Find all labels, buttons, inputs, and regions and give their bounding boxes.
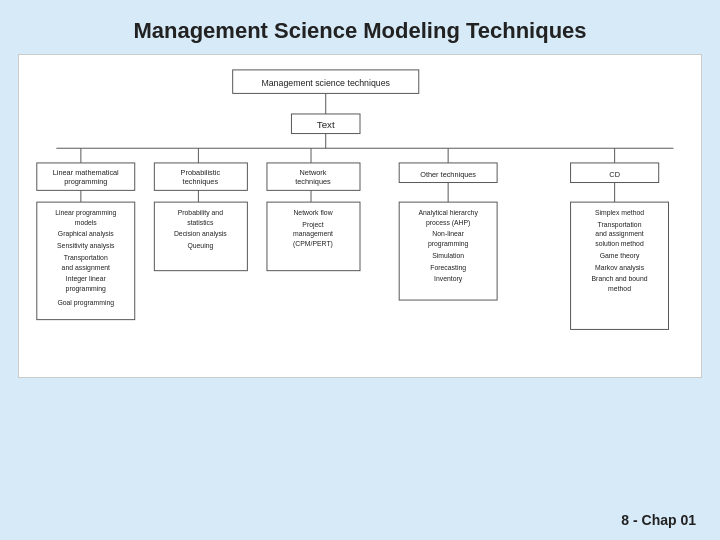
page: Management Science Modeling Techniques M…: [0, 0, 720, 540]
svg-text:Inventory: Inventory: [434, 275, 463, 283]
svg-text:Goal programming: Goal programming: [57, 299, 114, 307]
svg-text:Network flow: Network flow: [293, 209, 332, 216]
svg-text:Game theory: Game theory: [600, 252, 640, 260]
svg-text:techniques: techniques: [183, 177, 219, 186]
svg-text:Forecasting: Forecasting: [430, 264, 466, 272]
svg-text:Analytical hierarchy: Analytical hierarchy: [418, 209, 478, 217]
svg-text:and assignment: and assignment: [595, 230, 643, 238]
svg-text:Network: Network: [300, 168, 327, 177]
diagram-svg: Management science techniques Text Linea…: [27, 65, 693, 369]
page-title: Management Science Modeling Techniques: [0, 0, 720, 54]
svg-text:Simulation: Simulation: [432, 252, 464, 259]
svg-text:statistics: statistics: [187, 219, 214, 226]
svg-text:Transportation: Transportation: [64, 254, 108, 262]
svg-text:process (AHP): process (AHP): [426, 219, 471, 227]
svg-text:Branch and bound: Branch and bound: [592, 275, 648, 282]
diagram-container: Management science techniques Text Linea…: [18, 54, 702, 378]
svg-text:Non-linear: Non-linear: [432, 230, 464, 237]
svg-text:Probability and: Probability and: [178, 209, 223, 217]
svg-text:programming: programming: [66, 285, 107, 293]
svg-text:Queuing: Queuing: [187, 242, 213, 250]
svg-text:programming: programming: [64, 177, 107, 186]
svg-text:programming: programming: [428, 240, 469, 248]
svg-text:Linear mathematical: Linear mathematical: [53, 168, 119, 177]
svg-text:Markov analysis: Markov analysis: [595, 264, 645, 272]
svg-text:solution method: solution method: [595, 240, 644, 247]
svg-text:Management science techniques: Management science techniques: [261, 78, 390, 88]
svg-text:Decision analysis: Decision analysis: [174, 230, 227, 238]
svg-text:Text: Text: [317, 119, 335, 130]
svg-text:Probabilistic: Probabilistic: [181, 168, 221, 177]
svg-text:Integer linear: Integer linear: [66, 275, 107, 283]
footer-label: 8 - Chap 01: [621, 512, 696, 528]
svg-text:management: management: [293, 230, 333, 238]
svg-text:CD: CD: [609, 170, 620, 179]
svg-text:Transportation: Transportation: [598, 221, 642, 229]
svg-text:models: models: [75, 219, 98, 226]
svg-text:Linear programming: Linear programming: [55, 209, 116, 217]
svg-text:and assignment: and assignment: [62, 264, 110, 272]
svg-text:method: method: [608, 285, 631, 292]
svg-text:Other techniques: Other techniques: [420, 170, 476, 179]
svg-text:(CPM/PERT): (CPM/PERT): [293, 240, 333, 248]
svg-text:Sensitivity analysis: Sensitivity analysis: [57, 242, 115, 250]
svg-text:Project: Project: [302, 221, 323, 229]
svg-text:Graphical analysis: Graphical analysis: [58, 230, 114, 238]
svg-text:techniques: techniques: [295, 177, 331, 186]
svg-text:Simplex method: Simplex method: [595, 209, 644, 217]
